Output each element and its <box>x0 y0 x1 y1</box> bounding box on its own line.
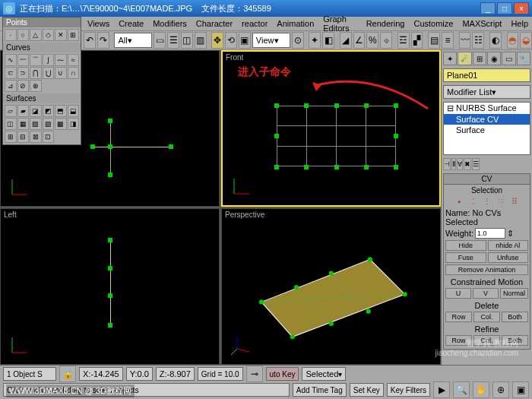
viewport-front[interactable]: Front 进入子命令 <box>221 50 441 207</box>
curve-editor-button[interactable]: 〰 <box>459 32 471 49</box>
ref-col-button[interactable]: Col. <box>473 335 500 346</box>
fuse-button[interactable]: Fuse <box>445 252 486 263</box>
maximize-button[interactable]: □ <box>497 2 512 14</box>
selection-filter-dropdown[interactable]: All ▾ <box>114 33 152 48</box>
key-icon[interactable]: ⊸ <box>246 366 263 382</box>
pin-stack-button[interactable]: ⊣ <box>443 158 451 170</box>
spinner-snap-button[interactable]: ⟐ <box>380 32 392 49</box>
sf-tool[interactable]: ◪ <box>30 105 42 117</box>
sel-row-icon[interactable]: ⁚ <box>468 196 479 207</box>
redo-button[interactable]: ↷ <box>97 32 109 49</box>
cv-tool[interactable]: ⁓ <box>55 54 67 66</box>
undo-button[interactable]: ↶ <box>84 32 96 49</box>
utilities-tab[interactable]: 🔧 <box>517 52 530 65</box>
cv-tool[interactable]: ⊘ <box>17 80 30 92</box>
cv-tool[interactable]: ⊗ <box>30 80 42 92</box>
setkey-button[interactable]: Set Key <box>350 383 384 397</box>
sf-tool[interactable]: ▰ <box>17 105 30 117</box>
pt-tool[interactable]: ⊞ <box>68 29 80 41</box>
normal-button[interactable]: Normal <box>500 288 528 299</box>
stack-nurbs[interactable]: ⊟ NURBS Surface <box>444 103 530 114</box>
nurbs-toolbox-panel[interactable]: Points ·○△◇✕⊞ Curves ∿〰⌒∫⁓≈ ⊂⊃⋂⋃∪∩ ⊿⊘⊗ S… <box>2 17 81 145</box>
material-editor-button[interactable]: ◐ <box>489 32 502 49</box>
layers-button[interactable]: ≡ <box>442 32 454 49</box>
keyfilters-button[interactable]: Key Filters <box>387 383 430 397</box>
cv-tool[interactable]: ⌒ <box>30 54 42 66</box>
viewport-perspective[interactable]: Perspective <box>221 208 441 365</box>
render-scene-button[interactable]: ◓ <box>507 32 519 49</box>
hide-button[interactable]: Hide <box>445 240 486 251</box>
sf-tool[interactable]: ⊟ <box>17 131 30 143</box>
unhide-button[interactable]: nhide Al <box>488 240 529 251</box>
sf-tool[interactable]: ▦ <box>17 118 30 130</box>
modifier-list-dropdown[interactable]: Modifier List ▾ <box>443 85 530 99</box>
show-end-button[interactable]: Ⅱ <box>451 158 456 170</box>
nav-zoom-button[interactable]: 🔍 <box>453 382 470 398</box>
manipulate-button[interactable]: ✦ <box>309 32 321 49</box>
display-tab[interactable]: ▭ <box>502 52 515 65</box>
menu-rendering[interactable]: Rendering <box>363 19 409 28</box>
move-button[interactable]: ✥ <box>211 32 223 49</box>
hierarchy-tab[interactable]: ⊞ <box>473 52 486 65</box>
del-row-button[interactable]: Row <box>445 312 472 322</box>
sel-col-icon[interactable]: ⋮ <box>482 196 492 207</box>
sel-all-icon[interactable]: ⠿ <box>509 196 520 207</box>
menu-help[interactable]: Help <box>507 19 532 28</box>
pt-tool[interactable]: △ <box>30 29 42 41</box>
sf-tool[interactable]: ⬒ <box>55 105 67 117</box>
cv-tool[interactable]: ≈ <box>68 54 80 66</box>
z-coord[interactable]: -8.907 <box>167 369 191 378</box>
cv-tool[interactable]: ⊿ <box>5 80 17 92</box>
select-button[interactable]: ▭ <box>154 32 166 49</box>
unfuse-button[interactable]: Unfuse <box>488 252 529 263</box>
autokey-button[interactable]: uto Key <box>266 367 299 381</box>
cv-tool[interactable]: ⋂ <box>30 67 42 79</box>
keymode-button[interactable]: ◧ <box>322 32 334 49</box>
snap-button[interactable]: ◢ <box>340 32 352 49</box>
x-coord[interactable]: -14.245 <box>90 369 119 378</box>
u-button[interactable]: U <box>445 288 471 299</box>
nav-max-button[interactable]: ▣ <box>512 382 529 398</box>
unique-button[interactable]: ∀ <box>457 158 463 170</box>
stack-surfacecv[interactable]: Surface CV <box>444 114 530 125</box>
time-tag[interactable]: Add Time Tag <box>293 383 347 397</box>
quick-render-button[interactable]: ◒ <box>520 32 532 49</box>
pt-tool[interactable]: ✕ <box>55 29 67 41</box>
percent-snap-button[interactable]: % <box>366 32 378 49</box>
cv-tool[interactable]: ∪ <box>55 67 67 79</box>
scale-button[interactable]: ▣ <box>239 32 251 49</box>
stack-surface[interactable]: Surface <box>444 125 530 135</box>
cv-tool[interactable]: ∿ <box>5 54 17 66</box>
play-button[interactable]: ▶ <box>433 382 450 398</box>
menu-animation[interactable]: Animation <box>273 19 318 28</box>
sf-tool[interactable]: ⬓ <box>68 105 80 117</box>
menu-modifiers[interactable]: Modifiers <box>149 19 191 28</box>
mirror-button[interactable]: ▞ <box>411 32 423 49</box>
modifier-stack[interactable]: ⊟ NURBS Surface Surface CV Surface <box>443 102 530 155</box>
v-button[interactable]: V <box>473 288 499 299</box>
cv-tool[interactable]: ⋃ <box>43 67 55 79</box>
modify-tab[interactable]: ☄ <box>458 52 471 65</box>
angle-snap-button[interactable]: ∠ <box>353 32 366 49</box>
spinner-icon[interactable]: ⇕ <box>507 229 514 239</box>
schematic-button[interactable]: ☷ <box>472 32 484 49</box>
menu-create[interactable]: Create <box>115 19 147 28</box>
y-coord[interactable]: 0.0 <box>138 369 149 378</box>
select-name-button[interactable]: ☰ <box>167 32 179 49</box>
cv-rollout-header[interactable]: CV <box>443 173 530 185</box>
menu-customize[interactable]: Customize <box>410 19 457 28</box>
sf-tool[interactable]: ◫ <box>5 118 17 130</box>
refcoord-dropdown[interactable]: View ▾ <box>252 33 290 48</box>
minimize-button[interactable]: _ <box>480 2 496 14</box>
nav-pan-button[interactable]: ✋ <box>473 382 489 398</box>
cv-tool[interactable]: 〰 <box>17 54 30 66</box>
del-col-button[interactable]: Col. <box>473 312 500 322</box>
remove-mod-button[interactable]: ✖ <box>464 158 471 170</box>
close-button[interactable]: × <box>514 2 529 14</box>
menu-character[interactable]: Character <box>192 19 236 28</box>
weight-input[interactable] <box>475 228 505 239</box>
remove-animation-button[interactable]: Remove Animation <box>445 264 528 275</box>
rotate-button[interactable]: ⟲ <box>225 32 237 49</box>
ref-both-button[interactable]: Both <box>502 335 528 346</box>
sf-tool[interactable]: ⊠ <box>30 131 42 143</box>
